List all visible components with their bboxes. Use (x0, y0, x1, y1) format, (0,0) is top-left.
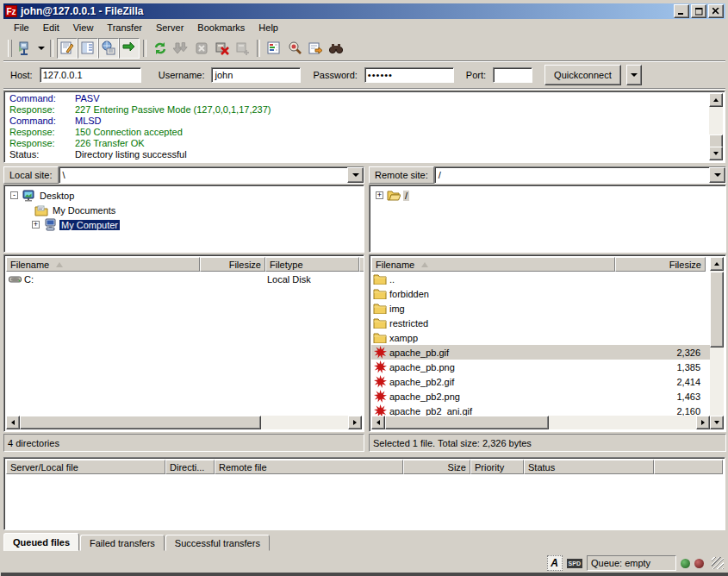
local-list-horizontal-scrollbar[interactable] (6, 416, 362, 429)
tree-item-desktop[interactable]: - Desktop (6, 188, 362, 203)
local-site-combo[interactable]: \ (59, 166, 364, 184)
resize-grip[interactable] (712, 557, 724, 569)
remote-list-horizontal-scrollbar[interactable] (371, 416, 710, 429)
remote-site-path[interactable]: / (435, 167, 709, 183)
remote-list-header: Filename Filesize (371, 257, 710, 272)
remote-status-line: Selected 1 file. Total size: 2,326 bytes (369, 434, 726, 452)
column-header-status[interactable]: Status (524, 460, 654, 474)
scroll-right-button[interactable] (348, 416, 362, 429)
process-queue-button[interactable] (171, 38, 191, 59)
filter-button[interactable] (264, 38, 284, 59)
file-row[interactable]: apache_pb2.png 1,463 (371, 389, 710, 404)
menu-help[interactable]: Help (252, 21, 285, 34)
folder-row-xampp[interactable]: xampp (371, 330, 710, 345)
toggle-message-log-button[interactable] (57, 38, 78, 59)
toggle-local-tree-button[interactable] (78, 38, 98, 59)
tree-item-label[interactable]: My Documents (51, 205, 117, 216)
quickconnect-dropdown-button[interactable] (626, 65, 642, 85)
local-treeview-icon (80, 41, 96, 56)
tree-item-my-computer[interactable]: + My Computer (6, 217, 362, 232)
menu-bookmarks[interactable]: Bookmarks (190, 21, 252, 34)
column-header-filesize[interactable]: Filesize (200, 257, 265, 272)
remote-site-dropdown-button[interactable] (709, 167, 725, 183)
collapse-icon[interactable]: - (10, 191, 18, 199)
tree-item-label[interactable]: Desktop (38, 191, 76, 201)
close-button[interactable] (708, 4, 724, 18)
tree-item-my-documents[interactable]: My Documents (6, 203, 362, 217)
column-header-filename[interactable]: Filename (6, 257, 200, 272)
menu-view[interactable]: View (66, 21, 101, 34)
tree-item-label[interactable]: My Computer (59, 220, 120, 230)
minimize-button[interactable] (674, 4, 689, 18)
tree-item-label[interactable]: / (403, 191, 409, 201)
column-header-direction[interactable]: Directi... (165, 460, 215, 474)
site-manager-dropdown-button[interactable] (35, 38, 47, 59)
scroll-left-button[interactable] (371, 416, 385, 429)
speed-limits-icon[interactable]: SPD (567, 559, 582, 568)
local-site-path[interactable]: \ (59, 167, 347, 183)
menu-edit[interactable]: Edit (36, 21, 66, 34)
scrollbar-thumb[interactable] (20, 416, 261, 429)
reconnect-button[interactable] (233, 38, 253, 59)
password-input[interactable]: •••••• (364, 67, 454, 83)
directory-comparison-button[interactable] (284, 38, 305, 59)
username-input[interactable]: john (211, 67, 301, 83)
scroll-up-button[interactable] (710, 257, 724, 271)
disconnect-button[interactable] (212, 38, 233, 59)
column-header-server-local-file[interactable]: Server/Local file (6, 460, 165, 474)
scrollbar-thumb[interactable] (385, 416, 549, 429)
tab-queued-files[interactable]: Queued files (3, 533, 79, 551)
column-header-lastmodified[interactable]: L (359, 257, 364, 272)
quickconnect-button[interactable]: Quickconnect (544, 65, 621, 85)
port-input[interactable] (493, 67, 532, 83)
title-bar[interactable]: Fz john@127.0.0.1 - FileZilla (3, 3, 725, 19)
folder-row-up[interactable]: .. (371, 272, 710, 286)
file-row-c-drive[interactable]: C: Local Disk (6, 272, 362, 286)
file-row[interactable]: apache_pb.png 1,385 (371, 360, 710, 374)
local-site-dropdown-button[interactable] (347, 167, 364, 183)
toggle-remote-tree-button[interactable] (98, 38, 119, 59)
scrollbar-thumb[interactable] (710, 272, 724, 347)
menu-transfer[interactable]: Transfer (100, 21, 149, 34)
site-manager-button[interactable] (15, 38, 35, 59)
desktop-icon (22, 189, 35, 203)
column-header-filename[interactable]: Filename (371, 257, 615, 272)
log-vertical-scrollbar[interactable] (709, 93, 723, 160)
remote-site-combo[interactable]: / (434, 166, 726, 184)
expand-icon[interactable]: + (32, 221, 40, 229)
toggle-queue-button[interactable] (119, 38, 140, 59)
column-header-filetype[interactable]: Filetype (265, 257, 359, 272)
scroll-right-button[interactable] (696, 416, 710, 429)
scroll-down-button[interactable] (709, 147, 723, 160)
column-header-filesize[interactable]: Filesize (615, 257, 706, 272)
find-files-button[interactable] (326, 38, 346, 59)
folder-row-restricted[interactable]: restricted (371, 316, 710, 330)
menu-server[interactable]: Server (149, 21, 190, 34)
remote-list-vertical-scrollbar[interactable] (710, 257, 724, 429)
toolbar-grip[interactable] (8, 40, 12, 57)
tab-failed-transfers[interactable]: Failed transfers (80, 535, 165, 551)
folder-row-forbidden[interactable]: forbidden (371, 286, 710, 301)
expand-icon[interactable]: + (376, 191, 383, 199)
tab-successful-transfers[interactable]: Successful transfers (165, 535, 270, 551)
column-header-priority[interactable]: Priority (470, 460, 524, 474)
tree-item-root[interactable]: + / (371, 188, 724, 203)
column-header-blank (654, 460, 723, 474)
message-log: Command: PASV Response: 227 Entering Pas… (3, 91, 725, 163)
synchronized-browsing-button[interactable] (305, 38, 326, 59)
maximize-button[interactable] (691, 4, 706, 18)
host-input[interactable]: 127.0.0.1 (40, 67, 141, 83)
menu-file[interactable]: File (7, 21, 36, 34)
local-tree: - Desktop My Documents + My Computer (3, 185, 364, 253)
scroll-up-button[interactable] (709, 93, 723, 107)
refresh-button[interactable] (150, 38, 171, 59)
file-row[interactable]: apache_pb2.gif 2,414 (371, 374, 710, 389)
scroll-down-button[interactable] (710, 416, 724, 429)
scroll-left-button[interactable] (6, 416, 20, 429)
transfer-type-icon[interactable]: A (547, 555, 563, 571)
folder-row-img[interactable]: img (371, 301, 710, 316)
file-row-selected[interactable]: apache_pb.gif 2,326 (371, 345, 710, 360)
column-header-size[interactable]: Size (403, 460, 470, 474)
column-header-remote-file[interactable]: Remote file (215, 460, 403, 474)
cancel-button[interactable] (191, 38, 212, 59)
